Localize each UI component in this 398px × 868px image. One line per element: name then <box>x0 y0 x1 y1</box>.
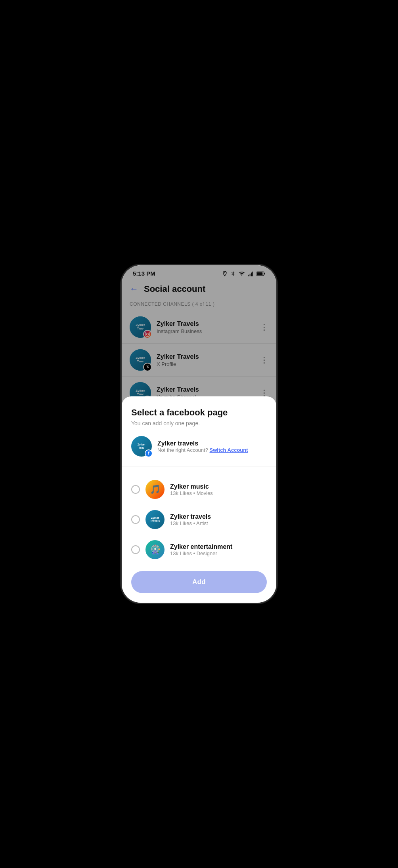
page-thumb-entertainment: 🎡 <box>145 540 165 559</box>
sheet-title: Select a facebook page <box>131 407 267 418</box>
connected-account-row: ZylkerTrav f Zylker travels Not the righ… <box>131 436 267 457</box>
page-info-music: Zylker music 13k Likes • Movies <box>170 483 213 496</box>
connected-avatar-text: ZylkerTrav <box>137 442 147 451</box>
add-button-container: Add <box>131 565 267 603</box>
facebook-badge: f <box>145 449 153 457</box>
page-meta-entertainment: 13k Likes • Designer <box>170 550 232 556</box>
page-info-travels: Zylker travels 13k Likes • Artist <box>170 513 211 526</box>
not-right-text: Not the right Account? <box>157 447 208 453</box>
screen: 5:13 PM <box>122 265 276 603</box>
add-button[interactable]: Add <box>131 571 267 593</box>
phone-frame: 5:13 PM <box>122 265 276 603</box>
page-thumb-music: 🎵 <box>145 480 165 499</box>
bottom-sheet: Select a facebook page You can add only … <box>122 396 276 603</box>
divider <box>122 466 276 466</box>
page-name-travels: Zylker travels <box>170 513 211 520</box>
connected-account-name: Zylker travels <box>157 440 248 447</box>
sheet-subtitle: You can add only one page. <box>131 420 267 426</box>
page-meta-travels: 13k Likes • Artist <box>170 520 211 526</box>
page-option-travels[interactable]: ZylkerTravels Zylker travels 13k Likes •… <box>131 504 267 535</box>
page-options-list: 🎵 Zylker music 13k Likes • Movies Zylker… <box>131 474 267 565</box>
connected-info: Zylker travels Not the right Account? Sw… <box>157 440 248 453</box>
connected-avatar: ZylkerTrav f <box>131 436 152 457</box>
connected-switch-text: Not the right Account? Switch Account <box>157 447 248 453</box>
radio-music[interactable] <box>131 485 140 494</box>
page-info-entertainment: Zylker entertainment 13k Likes • Designe… <box>170 543 232 556</box>
radio-travels[interactable] <box>131 515 140 524</box>
page-option-music[interactable]: 🎵 Zylker music 13k Likes • Movies <box>131 474 267 504</box>
page-option-entertainment[interactable]: 🎡 Zylker entertainment 13k Likes • Desig… <box>131 535 267 565</box>
page-thumb-travels: ZylkerTravels <box>145 510 165 529</box>
page-name-entertainment: Zylker entertainment <box>170 543 232 550</box>
radio-entertainment[interactable] <box>131 545 140 554</box>
switch-account-link[interactable]: Switch Account <box>210 447 248 453</box>
page-meta-music: 13k Likes • Movies <box>170 490 213 496</box>
page-name-music: Zylker music <box>170 483 213 490</box>
